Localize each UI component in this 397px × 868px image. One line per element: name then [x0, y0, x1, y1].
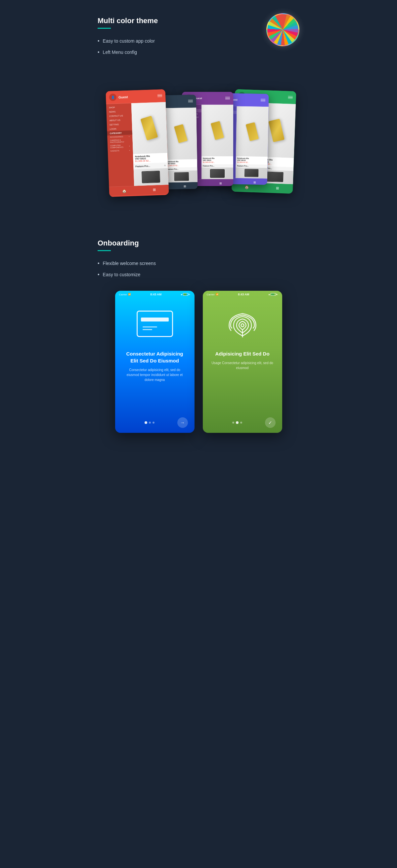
onboard-title-blue: Consectetur Adipisicing Elit Sed Do Eius…: [123, 350, 186, 364]
nav-grid-green: ⊞: [275, 186, 281, 191]
onboard-bottom-green: ✓: [203, 412, 282, 433]
nav-home-green: 🏠: [244, 185, 250, 190]
onboarding-underline: [97, 250, 111, 251]
menu-icon-green: [288, 96, 293, 99]
onboarding-screens-container: Carrier 📶 8:43 AM ■ +: [97, 291, 300, 433]
carrier-green: Carrier: [207, 293, 215, 296]
card-line-1: [143, 327, 157, 328]
dot-3-blue: [152, 422, 154, 424]
onboard-title-green: Adipisicing Elit Sed Do: [211, 350, 274, 357]
guest-label-red: Guest: [118, 95, 128, 99]
phone-red: 👤 Guest SHOP NEWS CONTACT US ABOUT US SE…: [106, 89, 169, 197]
onboard-desc-green: Usage Consectetur adipisicing elit, sed …: [211, 361, 274, 370]
card-line-2: [143, 329, 152, 330]
status-bar-blue: Carrier 📶 8:43 AM ■ +: [115, 291, 195, 298]
onboard-bullet-1: Flexible welcome screens: [97, 260, 300, 266]
title-underline: [97, 28, 111, 29]
dot-1-green: [232, 422, 234, 424]
onboard-bullet-2: Easy to customize: [97, 272, 300, 278]
next-arrow-button[interactable]: →: [177, 417, 188, 428]
menu-icon-red: [158, 94, 162, 97]
pencil-circle-image: [266, 13, 300, 46]
onboarding-title: Onboarding: [97, 239, 300, 247]
dot-active-green: [236, 421, 238, 424]
dots-green: [232, 421, 242, 424]
dots-blue: [145, 421, 154, 424]
onboard-bottom-blue: →: [115, 412, 195, 433]
battery-green: [271, 293, 276, 296]
onboarding-bullets: Flexible welcome screens Easy to customi…: [97, 260, 300, 278]
fingerprint-icon-area: [203, 298, 282, 347]
fingerprint-icon: [228, 311, 257, 340]
avatar-red: 👤: [109, 94, 117, 101]
dot-2-blue: [149, 422, 151, 424]
onboard-screen-blue: Carrier 📶 8:43 AM ■ +: [115, 291, 195, 433]
onboard-desc-blue: Consectetur adipisicing elit, sed do eiu…: [123, 367, 186, 382]
time-green: 8:43 AM: [238, 293, 249, 296]
confirm-check-button[interactable]: ✓: [265, 417, 276, 428]
card-lines: [141, 327, 169, 330]
menu-icon-purple: [225, 97, 230, 100]
credit-card-icon: [137, 311, 173, 337]
carrier-blue: Carrier: [119, 293, 127, 296]
dot-active-blue: [145, 421, 147, 424]
time-blue: 8:43 AM: [150, 293, 162, 296]
menu-icon-blue: [261, 99, 265, 102]
bullet-2: Left Menu config: [97, 49, 300, 55]
phone-mockups-container: 👤 Guest CONTACT US ABOUT US CATEGORY CAM…: [97, 60, 300, 203]
battery-blue: [183, 293, 188, 296]
onboard-screen-green: Carrier 📶 8:43 AM ■ +: [203, 291, 282, 433]
onboarding-section: Onboarding Flexible welcome screens Easy…: [79, 219, 318, 463]
card-strip: [141, 317, 169, 321]
multi-color-section: Multi color theme Easy to custom app col…: [79, 0, 318, 219]
credit-card-icon-area: [115, 298, 195, 344]
menu-icon-dark: [188, 100, 193, 103]
dot-3-green: [240, 422, 242, 424]
multi-color-bullets: Easy to custom app color Left Menu confi…: [97, 38, 300, 55]
status-bar-green: Carrier 📶 8:43 AM ■ +: [203, 291, 282, 298]
